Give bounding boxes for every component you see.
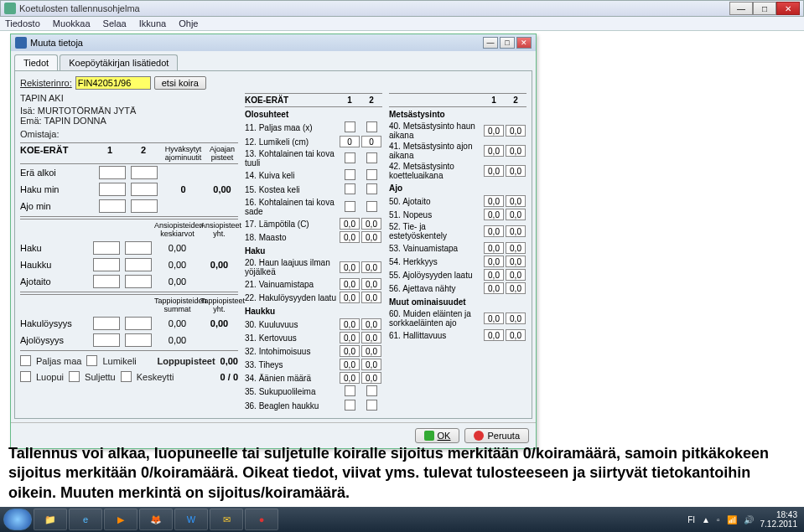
tray-clock[interactable]: 18:437.12.2011 bbox=[760, 510, 798, 529]
r32-1[interactable]: 0,0 bbox=[340, 345, 360, 357]
r52-2[interactable]: 0,0 bbox=[506, 225, 526, 237]
minimize-button[interactable]: — bbox=[729, 2, 753, 15]
haku-min-1[interactable] bbox=[99, 183, 126, 196]
r50-1[interactable]: 0,0 bbox=[484, 195, 504, 207]
r50-2[interactable]: 0,0 bbox=[506, 195, 526, 207]
r20-2[interactable]: 0,0 bbox=[361, 261, 381, 273]
r22-1[interactable]: 0,0 bbox=[340, 292, 360, 303]
taskbar-outlook[interactable]: ✉ bbox=[210, 509, 243, 530]
r36-2[interactable] bbox=[366, 400, 377, 411]
r18-2[interactable]: 0,0 bbox=[361, 231, 381, 243]
r21-2[interactable]: 0,0 bbox=[361, 278, 381, 290]
haukku-2[interactable] bbox=[125, 258, 152, 271]
tray-volume-icon[interactable]: 🔊 bbox=[744, 515, 754, 524]
r56-2[interactable]: 0,0 bbox=[506, 282, 526, 294]
r51-2[interactable]: 0,0 bbox=[506, 209, 526, 220]
r16-1[interactable] bbox=[345, 201, 355, 212]
haku-1[interactable] bbox=[93, 241, 120, 255]
tray-up-icon[interactable]: ▲ bbox=[702, 515, 710, 524]
r15-2[interactable] bbox=[366, 183, 377, 194]
ajoloysyys-1[interactable] bbox=[93, 333, 120, 347]
luopui-checkbox[interactable] bbox=[20, 371, 31, 382]
r52-1[interactable]: 0,0 bbox=[484, 225, 504, 237]
suljettu-checkbox[interactable] bbox=[69, 371, 80, 382]
r13-1[interactable] bbox=[345, 152, 355, 163]
r35-2[interactable] bbox=[366, 385, 377, 396]
r20-1[interactable]: 0,0 bbox=[340, 261, 360, 273]
r16-2[interactable] bbox=[366, 201, 377, 212]
tray-flag-icon[interactable]: ▫ bbox=[717, 515, 720, 524]
r54-2[interactable]: 0,0 bbox=[506, 256, 526, 267]
ok-button[interactable]: OK bbox=[415, 428, 460, 443]
keskeytti-checkbox[interactable] bbox=[121, 371, 132, 382]
r34-2[interactable]: 0,0 bbox=[361, 372, 381, 384]
r15-1[interactable] bbox=[345, 183, 355, 194]
haukku-1[interactable] bbox=[93, 258, 120, 271]
r14-1[interactable] bbox=[345, 169, 355, 180]
r61-2[interactable]: 0,0 bbox=[506, 329, 526, 341]
r18-1[interactable]: 0,0 bbox=[340, 231, 360, 243]
cancel-button[interactable]: Peruuta bbox=[464, 428, 529, 443]
tray-lang[interactable]: FI bbox=[687, 515, 695, 524]
r11-1[interactable] bbox=[345, 121, 355, 132]
r33-1[interactable]: 0,0 bbox=[340, 359, 360, 370]
r12-2[interactable]: 0 bbox=[361, 136, 381, 147]
r21-1[interactable]: 0,0 bbox=[340, 278, 360, 290]
taskbar-explorer[interactable]: 📁 bbox=[34, 509, 67, 530]
hakuloysyys-2[interactable] bbox=[125, 317, 152, 330]
ajotaito-2[interactable] bbox=[125, 275, 152, 288]
taskbar-word[interactable]: W bbox=[174, 509, 208, 530]
r41-2[interactable]: 0,0 bbox=[506, 145, 526, 157]
r42-2[interactable]: 0,0 bbox=[506, 165, 526, 177]
menu-edit[interactable]: Muokkaa bbox=[53, 18, 91, 28]
r22-2[interactable]: 0,0 bbox=[361, 292, 381, 303]
era-alkoi-2[interactable] bbox=[131, 166, 158, 179]
r53-1[interactable]: 0,0 bbox=[484, 242, 504, 254]
menu-window[interactable]: Ikkuna bbox=[139, 18, 166, 28]
r35-1[interactable] bbox=[345, 385, 355, 396]
taskbar-mediaplayer[interactable]: ▶ bbox=[104, 509, 137, 530]
dialog-close-button[interactable]: ✕ bbox=[516, 37, 532, 49]
ajotaito-1[interactable] bbox=[93, 275, 120, 288]
r42-1[interactable]: 0,0 bbox=[484, 165, 504, 177]
start-button[interactable] bbox=[3, 509, 32, 530]
paljas-checkbox[interactable] bbox=[20, 355, 31, 366]
r41-1[interactable]: 0,0 bbox=[484, 145, 504, 157]
tab-lisatiedot[interactable]: Koepöytäkirjan lisätiedot bbox=[60, 54, 178, 70]
r33-2[interactable]: 0,0 bbox=[361, 359, 381, 370]
r40-1[interactable]: 0,0 bbox=[484, 125, 504, 137]
r40-2[interactable]: 0,0 bbox=[506, 125, 526, 137]
r51-1[interactable]: 0,0 bbox=[484, 209, 504, 220]
r60-1[interactable]: 0,0 bbox=[484, 312, 504, 324]
r30-1[interactable]: 0,0 bbox=[340, 318, 360, 330]
taskbar-app[interactable]: ● bbox=[245, 509, 278, 530]
haku-min-2[interactable] bbox=[131, 183, 158, 196]
taskbar-firefox[interactable]: 🦊 bbox=[139, 509, 173, 530]
r30-2[interactable]: 0,0 bbox=[361, 318, 381, 330]
r12-1[interactable]: 0 bbox=[340, 136, 360, 147]
r54-1[interactable]: 0,0 bbox=[484, 256, 504, 267]
r13-2[interactable] bbox=[366, 152, 377, 163]
search-dog-button[interactable]: etsi koira bbox=[154, 76, 206, 90]
lumi-checkbox[interactable] bbox=[86, 355, 97, 366]
r55-1[interactable]: 0,0 bbox=[484, 269, 504, 281]
ajo-min-2[interactable] bbox=[131, 199, 158, 213]
menu-file[interactable]: Tiedosto bbox=[5, 18, 40, 28]
r31-2[interactable]: 0,0 bbox=[361, 332, 381, 343]
haku-2[interactable] bbox=[125, 241, 152, 255]
r55-2[interactable]: 0,0 bbox=[506, 269, 526, 281]
era-alkoi-1[interactable] bbox=[99, 166, 126, 179]
taskbar-ie[interactable]: e bbox=[69, 509, 102, 530]
r11-2[interactable] bbox=[366, 121, 377, 132]
close-button[interactable]: ✕ bbox=[776, 2, 800, 15]
r56-1[interactable]: 0,0 bbox=[484, 282, 504, 294]
r31-1[interactable]: 0,0 bbox=[340, 332, 360, 343]
dialog-max-button[interactable]: □ bbox=[500, 37, 515, 49]
tray-network-icon[interactable]: 📶 bbox=[727, 515, 737, 524]
r34-1[interactable]: 0,0 bbox=[340, 372, 360, 384]
r60-2[interactable]: 0,0 bbox=[506, 312, 526, 324]
menu-help[interactable]: Ohje bbox=[179, 18, 198, 28]
maximize-button[interactable]: □ bbox=[753, 2, 776, 15]
r32-2[interactable]: 0,0 bbox=[361, 345, 381, 357]
r53-2[interactable]: 0,0 bbox=[506, 242, 526, 254]
